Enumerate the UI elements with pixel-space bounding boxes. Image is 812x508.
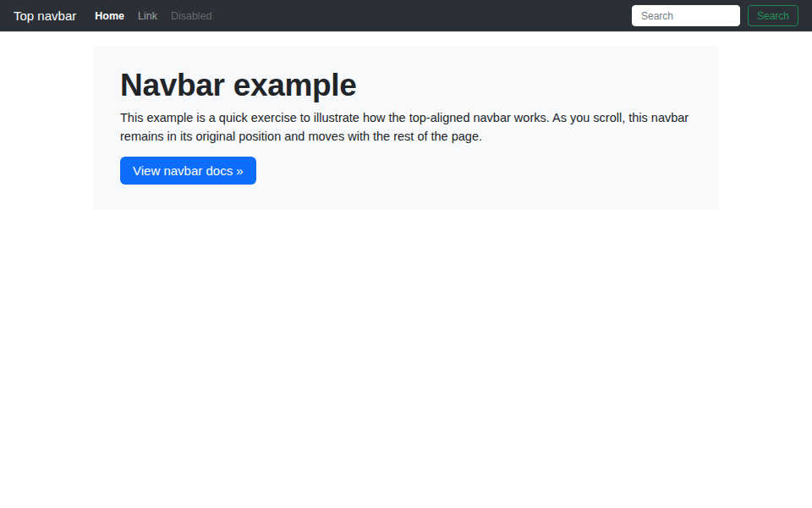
view-navbar-docs-button[interactable]: View navbar docs » xyxy=(120,157,256,185)
search-form: Search xyxy=(632,5,798,26)
page-title: Navbar example xyxy=(120,68,692,103)
intro-text: This example is a quick exercise to illu… xyxy=(120,109,692,146)
jumbotron-panel: Navbar example This example is a quick e… xyxy=(93,47,719,210)
top-navbar: Top navbar Home Link Disabled Search xyxy=(0,0,812,32)
nav-item-disabled: Disabled xyxy=(164,10,219,22)
search-button[interactable]: Search xyxy=(748,5,798,26)
main-content: Navbar example This example is a quick e… xyxy=(0,47,812,210)
nav-item-link[interactable]: Link xyxy=(131,10,164,22)
search-input[interactable] xyxy=(632,5,740,26)
navbar-nav: Home Link Disabled xyxy=(88,10,218,22)
nav-item-home[interactable]: Home xyxy=(88,10,131,22)
navbar-brand[interactable]: Top navbar xyxy=(14,8,76,23)
